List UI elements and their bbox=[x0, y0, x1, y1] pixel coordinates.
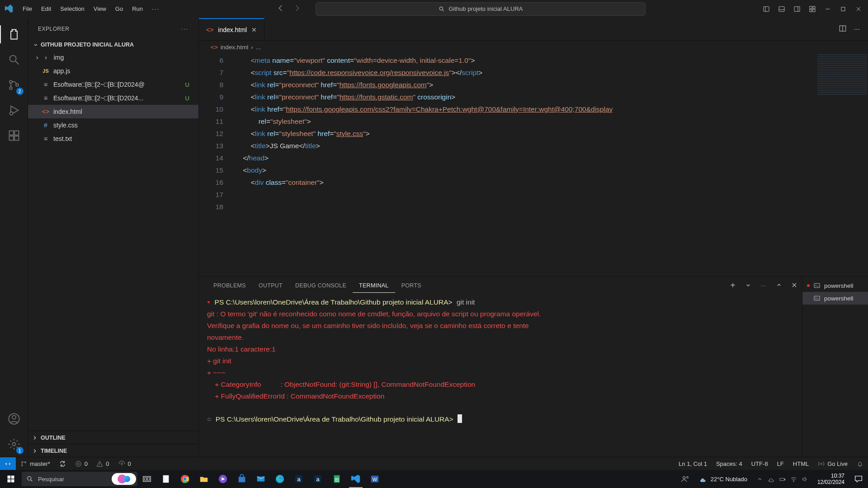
close-panel-icon[interactable] bbox=[787, 282, 802, 289]
menu-run[interactable]: Run bbox=[127, 5, 147, 12]
breadcrumb-file: index.html bbox=[221, 44, 249, 51]
window-close[interactable] bbox=[851, 0, 866, 18]
taskbar-app-vscode[interactable] bbox=[346, 470, 365, 488]
taskbar-search[interactable]: Pesquisar bbox=[22, 472, 137, 486]
problems-button[interactable]: 0 0 bbox=[71, 457, 114, 470]
folder-header[interactable]: GITHUB PROJETO INICIAL ALURA bbox=[28, 40, 198, 51]
weather-widget[interactable]: 22°C Nublado bbox=[695, 476, 752, 483]
html-file-icon: <> bbox=[211, 44, 218, 51]
explorer-icon[interactable] bbox=[0, 22, 28, 47]
menu-edit[interactable]: Edit bbox=[37, 5, 56, 12]
notifications-icon[interactable] bbox=[852, 457, 868, 470]
taskbar-app-store[interactable] bbox=[232, 470, 251, 488]
minimap[interactable] bbox=[815, 53, 868, 276]
menu-overflow[interactable]: ··· bbox=[147, 5, 164, 12]
panel-more-icon[interactable]: ··· bbox=[756, 278, 771, 292]
scm-badge: 2 bbox=[16, 88, 24, 95]
file-label: app.js bbox=[53, 67, 70, 75]
start-button[interactable] bbox=[0, 475, 22, 483]
terminal-instance[interactable]: powershell bbox=[802, 292, 868, 305]
file-index-html[interactable]: <>index.html bbox=[28, 105, 198, 118]
tab-index-html[interactable]: <> index.html ✕ bbox=[199, 18, 264, 40]
eol[interactable]: LF bbox=[773, 457, 788, 470]
nav-back-icon[interactable] bbox=[277, 4, 285, 14]
layout-sidebar-right-icon[interactable] bbox=[789, 0, 805, 18]
panel-tab-terminal[interactable]: TERMINAL bbox=[353, 278, 395, 293]
menu-view[interactable]: View bbox=[89, 5, 111, 12]
panel-tab-debug-console[interactable]: DEBUG CONSOLE bbox=[289, 278, 353, 292]
menu-file[interactable]: File bbox=[18, 5, 37, 12]
indentation[interactable]: Spaces: 4 bbox=[712, 457, 747, 470]
file-esoftware-b-2-b-d2024-[interactable]: ≡Esoftware□[B□[2~□[B□[D2024...U bbox=[28, 91, 198, 105]
encoding[interactable]: UTF-8 bbox=[747, 457, 773, 470]
taskbar-app-alura2[interactable]: a bbox=[308, 470, 327, 488]
taskbar-app-edge[interactable] bbox=[270, 470, 289, 488]
command-center-search[interactable]: Github projeto inicial ALURA bbox=[316, 2, 646, 16]
menu-selection[interactable]: Selection bbox=[56, 5, 89, 12]
source-control-icon[interactable]: 2 bbox=[0, 72, 28, 98]
file-esoftware-b-2-b-d2024-[interactable]: ≡Esoftware□[B□[2~□[B□[D2024@U bbox=[28, 78, 198, 91]
panel-tab-problems[interactable]: PROBLEMS bbox=[207, 278, 252, 292]
menu-go[interactable]: Go bbox=[111, 5, 127, 12]
nav-forward-icon[interactable] bbox=[293, 4, 301, 14]
taskbar-meet-now-icon[interactable] bbox=[676, 470, 695, 488]
panel-tab-ports[interactable]: PORTS bbox=[395, 278, 428, 292]
cursor-position[interactable]: Ln 1, Col 1 bbox=[674, 457, 712, 470]
search-icon[interactable] bbox=[0, 47, 28, 72]
accounts-icon[interactable] bbox=[0, 406, 28, 432]
terminal[interactable]: ● PS C:\Users\loren\OneDrive\Área de Tra… bbox=[199, 294, 802, 457]
breadcrumb-more: ... bbox=[256, 44, 261, 51]
timeline-section[interactable]: TIMELINE bbox=[28, 444, 198, 457]
taskbar-app-chrome[interactable] bbox=[175, 470, 194, 488]
taskbar-app-clipchamp[interactable] bbox=[213, 470, 232, 488]
editor-more-icon[interactable]: ··· bbox=[854, 25, 860, 33]
window-maximize[interactable] bbox=[835, 0, 851, 18]
outline-section[interactable]: OUTLINE bbox=[28, 431, 198, 444]
cortana-icon[interactable] bbox=[112, 473, 136, 485]
taskbar-app-explorer[interactable] bbox=[194, 470, 213, 488]
file-style-css[interactable]: #style.css bbox=[28, 118, 198, 132]
system-tray[interactable] bbox=[752, 476, 813, 483]
close-tab-icon[interactable]: ✕ bbox=[251, 26, 257, 33]
file-img[interactable]: ››img bbox=[28, 51, 198, 64]
extensions-icon[interactable] bbox=[0, 123, 28, 148]
terminal-instance[interactable]: powershell bbox=[802, 279, 868, 292]
customize-layout-icon[interactable] bbox=[805, 0, 820, 18]
go-live-button[interactable]: Go Live bbox=[813, 457, 852, 470]
taskbar-clock[interactable]: 10:37 12/02/2024 bbox=[813, 473, 849, 485]
terminal-icon bbox=[813, 282, 821, 289]
file-app-js[interactable]: JSapp.js bbox=[28, 64, 198, 78]
terminal-icon bbox=[813, 295, 821, 302]
remote-button[interactable] bbox=[0, 457, 16, 470]
layout-sidebar-left-icon[interactable] bbox=[759, 0, 774, 18]
ports-button[interactable]: 0 bbox=[114, 457, 136, 470]
file-tree: ››imgJSapp.js≡Esoftware□[B□[2~□[B□[D2024… bbox=[28, 51, 198, 145]
taskbar-app-sheets[interactable] bbox=[327, 470, 346, 488]
svg-point-34 bbox=[28, 477, 31, 480]
svg-rect-6 bbox=[810, 9, 812, 12]
window-minimize[interactable] bbox=[820, 0, 835, 18]
new-terminal-icon[interactable] bbox=[725, 282, 741, 289]
run-debug-icon[interactable] bbox=[0, 98, 28, 123]
maximize-panel-icon[interactable] bbox=[771, 282, 787, 289]
taskbar-app-word[interactable]: W bbox=[365, 470, 384, 488]
taskbar-app-alura1[interactable]: a bbox=[289, 470, 308, 488]
sync-button[interactable] bbox=[55, 457, 71, 470]
code-editor[interactable]: <meta name="viewport" content="width=dev… bbox=[235, 53, 815, 276]
branch-button[interactable]: master* bbox=[16, 457, 55, 470]
file-test-txt[interactable]: ≡test.txt bbox=[28, 132, 198, 145]
action-center-icon[interactable] bbox=[849, 470, 868, 488]
breadcrumb[interactable]: <> index.html › ... bbox=[199, 41, 868, 53]
panel-tab-output[interactable]: OUTPUT bbox=[252, 278, 289, 292]
language-mode[interactable]: HTML bbox=[788, 457, 813, 470]
taskbar-app-file[interactable] bbox=[156, 470, 175, 488]
settings-gear-icon[interactable]: 1 bbox=[0, 432, 28, 457]
taskbar-app-mail[interactable] bbox=[251, 470, 270, 488]
split-editor-icon[interactable] bbox=[839, 24, 847, 34]
terminal-dropdown-icon[interactable] bbox=[741, 282, 756, 289]
panel-tabs: PROBLEMSOUTPUTDEBUG CONSOLETERMINALPORTS… bbox=[199, 277, 802, 294]
layout-panel-icon[interactable] bbox=[774, 0, 789, 18]
sidebar-more-icon[interactable]: ··· bbox=[181, 26, 189, 32]
svg-point-11 bbox=[9, 87, 12, 89]
task-view-icon[interactable] bbox=[137, 470, 156, 488]
